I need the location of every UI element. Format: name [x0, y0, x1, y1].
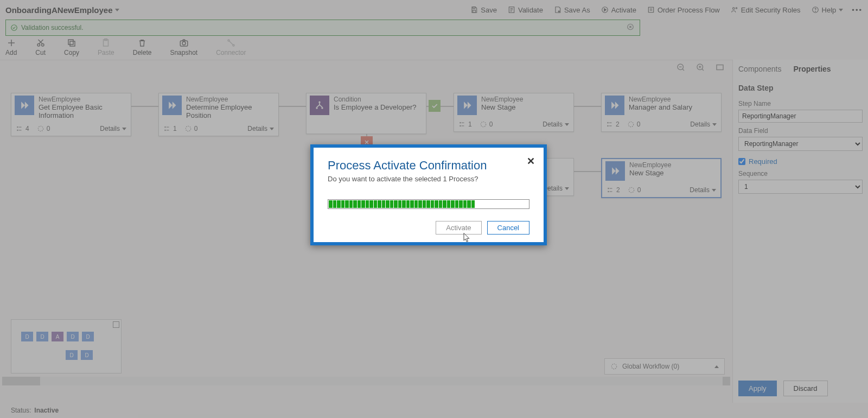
- dialog-close-button[interactable]: ✕: [527, 155, 535, 167]
- dialog-activate-button[interactable]: Activate: [436, 221, 481, 235]
- dialog-cancel-button[interactable]: Cancel: [487, 221, 529, 235]
- dialog-subtitle: Do you want to activate the selected 1 P…: [328, 175, 529, 183]
- activate-confirmation-dialog: ✕ Process Activate Confirmation Do you w…: [310, 144, 547, 245]
- progress-bar: [328, 199, 529, 209]
- dialog-title: Process Activate Confirmation: [328, 159, 529, 173]
